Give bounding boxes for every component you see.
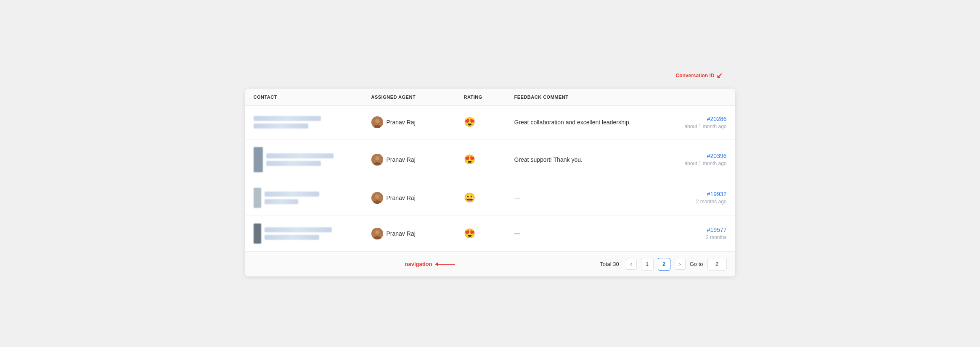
contact-row-2: [254, 147, 371, 172]
svg-point-1: [375, 119, 379, 123]
svg-point-7: [375, 195, 379, 199]
contact-row-4: [254, 223, 371, 244]
main-table-container: CONTACT ASSIGNED AGENT RATING FEEDBACK C…: [245, 89, 735, 276]
conv-time-3: 2 months ago: [643, 199, 727, 205]
table-row: Pranav Raj 😍 --- #19577 2 months: [245, 216, 735, 252]
rating-cell-1: 😍: [464, 117, 514, 128]
page-2-button[interactable]: 2: [658, 258, 670, 271]
contact-blur-avatar-2: [254, 147, 263, 172]
contact-cell-2: [254, 147, 371, 172]
feedback-cell-2: Great support! Thank you.: [514, 156, 643, 163]
col-rating: RATING: [464, 95, 514, 100]
conv-id-link-3[interactable]: #19932: [643, 191, 727, 197]
contact-blur-avatar-4: [254, 223, 261, 244]
annotation-arrow-down: ↙: [716, 71, 723, 80]
agent-name-2: Pranav Raj: [387, 156, 416, 163]
conv-time-4: 2 months: [643, 234, 727, 240]
contact-blur-avatar-3: [254, 188, 261, 208]
col-assigned-agent: ASSIGNED AGENT: [371, 95, 464, 100]
total-label: Total 30: [600, 261, 619, 267]
agent-cell-3: Pranav Raj: [371, 192, 464, 204]
agent-name-4: Pranav Raj: [387, 230, 416, 237]
col-feedback-comment: FEEDBACK COMMENT: [514, 95, 643, 100]
contact-cell-4: [254, 223, 371, 244]
svg-point-10: [375, 230, 379, 234]
rating-cell-4: 😍: [464, 228, 514, 239]
table-row: Pranav Raj 😍 Great collaboration and exc…: [245, 106, 735, 139]
contact-blur-detail-1: [254, 124, 308, 129]
agent-cell-2: Pranav Raj: [371, 154, 464, 166]
col-conv-id-header: [643, 95, 727, 100]
page-1-button[interactable]: 1: [641, 258, 654, 271]
contact-blur-name-2: [266, 153, 334, 158]
table-row: Pranav Raj 😍 Great support! Thank you. #…: [245, 139, 735, 180]
agent-name-3: Pranav Raj: [387, 195, 416, 201]
pagination-footer: navigation Total 30 ‹ 1 2 › Go to: [245, 252, 735, 276]
contact-blur-name-4: [265, 227, 332, 232]
avatar-4: [371, 228, 383, 239]
next-page-button[interactable]: ›: [675, 259, 686, 270]
contact-cell-1: [254, 116, 371, 129]
contact-blur-detail-2: [266, 161, 321, 166]
conv-id-link-4[interactable]: #19577: [643, 226, 727, 233]
conversation-id-annotation: Conversation ID ↙: [675, 71, 722, 80]
goto-label: Go to: [690, 261, 703, 267]
col-contact: CONTACT: [254, 95, 371, 100]
conv-time-1: about 1 month ago: [643, 124, 727, 129]
avatar-2: [371, 154, 383, 166]
conv-cell-3: #19932 2 months ago: [643, 191, 727, 205]
navigation-label: navigation: [405, 261, 432, 267]
contact-blur-name-1: [254, 116, 321, 121]
feedback-cell-1: Great collaboration and excellent leader…: [514, 119, 643, 126]
goto-input[interactable]: [707, 258, 727, 271]
contact-cell-3: [254, 188, 371, 208]
conv-id-link-1[interactable]: #20286: [643, 116, 727, 122]
rating-cell-2: 😍: [464, 154, 514, 165]
navigation-arrow: [435, 261, 456, 268]
agent-cell-1: Pranav Raj: [371, 116, 464, 128]
table-header: CONTACT ASSIGNED AGENT RATING FEEDBACK C…: [245, 89, 735, 106]
contact-blur-detail-4: [265, 235, 319, 240]
navigation-annotation: navigation: [405, 261, 456, 268]
conv-time-2: about 1 month ago: [643, 160, 727, 166]
table-row: Pranav Raj 😀 --- #19932 2 months ago: [245, 180, 735, 216]
conv-cell-1: #20286 about 1 month ago: [643, 116, 727, 129]
avatar-1: [371, 116, 383, 128]
feedback-cell-3: ---: [514, 195, 643, 201]
feedback-cell-4: ---: [514, 230, 643, 237]
agent-name-1: Pranav Raj: [387, 119, 416, 126]
prev-page-button[interactable]: ‹: [626, 259, 637, 270]
agent-cell-4: Pranav Raj: [371, 228, 464, 239]
conversation-id-annotation-label: Conversation ID: [675, 73, 714, 79]
conv-id-link-2[interactable]: #20396: [643, 152, 727, 159]
contact-row-3: [254, 188, 371, 208]
conv-cell-4: #19577 2 months: [643, 226, 727, 240]
svg-marker-13: [435, 262, 438, 266]
contact-blur-detail-3: [265, 199, 298, 204]
avatar-3: [371, 192, 383, 204]
conv-cell-2: #20396 about 1 month ago: [643, 152, 727, 166]
rating-cell-3: 😀: [464, 192, 514, 203]
contact-blur-name-3: [265, 192, 319, 197]
svg-point-4: [375, 156, 379, 160]
